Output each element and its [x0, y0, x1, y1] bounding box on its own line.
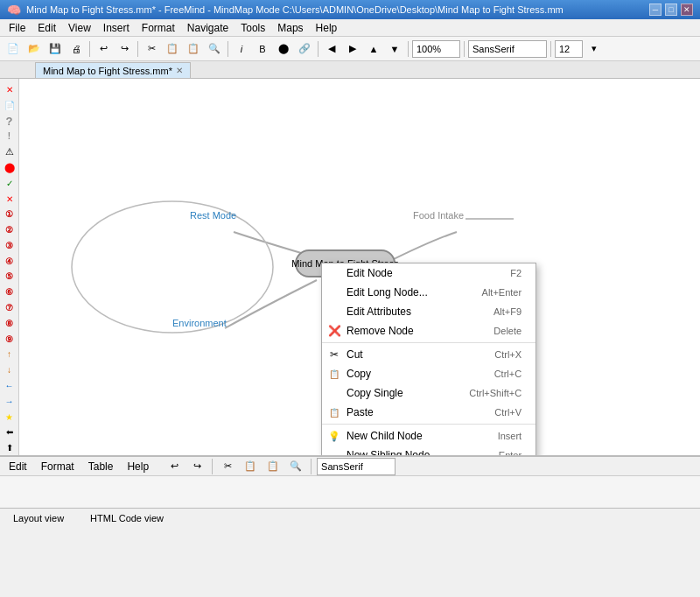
cm-edit-attrs[interactable]: Edit Attributes Alt+F9 [322, 302, 536, 321]
bottom-menu-format[interactable]: Format [36, 459, 80, 474]
maximize-button[interactable]: □ [665, 4, 677, 16]
tb-link[interactable]: 🔗 [295, 39, 314, 59]
sidebar-icon-arrow-right[interactable]: → [2, 394, 18, 409]
html-code-view-tab[interactable]: HTML Code view [84, 510, 170, 526]
tab-close-icon[interactable]: ✕ [176, 66, 183, 75]
cm-cut-label: Cut [346, 348, 363, 361]
sidebar-icon-check[interactable]: ✓ [2, 176, 18, 191]
toolbar: 📄 📂 💾 🖨 ↩ ↪ ✂ 📋 📋 🔍 i B ⬤ 🔗 ◀ ▶ ▲ ▼ ▾ [0, 37, 700, 61]
menu-tools[interactable]: Tools [235, 20, 270, 36]
sidebar-icon-node[interactable]: 📄 [2, 98, 18, 113]
rest-mode-node[interactable]: Rest Mode [190, 210, 236, 221]
cm-edit-node[interactable]: Edit Node F2 [322, 263, 536, 283]
context-menu: Edit Node F2 Edit Long Node... Alt+Enter… [321, 263, 536, 455]
tb-down[interactable]: ▼ [385, 39, 404, 59]
cm-copy-single-label: Copy Single [346, 387, 403, 399]
sidebar-icon-1[interactable]: ① [2, 207, 18, 221]
sidebar-icon-arrow-left[interactable]: ← [2, 378, 18, 393]
tb-print[interactable]: 🖨 [66, 39, 86, 59]
tb-undo[interactable]: ↩ [94, 39, 113, 59]
menu-maps[interactable]: Maps [272, 20, 308, 36]
size-input[interactable] [555, 40, 583, 58]
cm-new-sibling[interactable]: New Sibling Node Enter [322, 446, 536, 455]
sidebar-icon-arrow-up[interactable]: ↑ [2, 348, 18, 362]
menu-format[interactable]: Format [136, 20, 180, 36]
tb-italic[interactable]: i [232, 39, 251, 59]
zoom-input[interactable] [412, 40, 460, 58]
menu-file[interactable]: File [4, 20, 31, 36]
bottom-tb-find[interactable]: 🔍 [286, 457, 305, 476]
tb-up[interactable]: ▲ [364, 39, 383, 59]
cm-copy-label: Copy [346, 368, 371, 380]
sidebar-icon-9[interactable]: ⑨ [2, 332, 18, 347]
sidebar-icon-5[interactable]: ⑤ [2, 270, 18, 284]
cm-remove-label: Remove Node [346, 325, 414, 337]
bottom-menu-help[interactable]: Help [122, 459, 154, 474]
sidebar-icon-cross[interactable]: ✕ [2, 192, 18, 207]
sidebar-icon-star[interactable]: ★ [2, 410, 18, 425]
cm-copy-single[interactable]: Copy Single Ctrl+Shift+C [322, 383, 536, 403]
tb-open[interactable]: 📂 [24, 39, 44, 59]
cm-cut-icon: ✂ [327, 348, 341, 361]
sidebar-icon-warning[interactable]: ⚠ [2, 144, 18, 159]
main-tab[interactable]: Mind Map to Fight Stress.mm* ✕ [35, 62, 191, 78]
sidebar-icon-close[interactable]: ✕ [2, 82, 18, 97]
tb-next[interactable]: ▶ [343, 39, 362, 59]
menu-navigate[interactable]: Navigate [182, 20, 234, 36]
bottom-content[interactable] [0, 476, 700, 508]
bottom-font-input[interactable] [317, 458, 396, 475]
sidebar-icon-4[interactable]: ④ [2, 254, 18, 269]
menu-view[interactable]: View [63, 20, 96, 36]
sidebar-icon-7[interactable]: ⑦ [2, 300, 18, 315]
sidebar-icon-exclaim[interactable]: ! [2, 130, 18, 144]
tb-prev[interactable]: ◀ [322, 39, 341, 59]
bottom-tb-copy[interactable]: 📋 [241, 457, 260, 476]
font-input[interactable] [468, 40, 547, 58]
tb-save[interactable]: 💾 [46, 39, 65, 59]
cm-edit-node-shortcut: F2 [510, 268, 522, 278]
tb-redo[interactable]: ↪ [115, 39, 134, 59]
sidebar-icon-3[interactable]: ③ [2, 238, 18, 253]
layout-view-tab[interactable]: Layout view [7, 510, 70, 526]
sidebar-icon-8[interactable]: ⑧ [2, 316, 18, 331]
sidebar-icon-question[interactable]: ? [2, 114, 18, 129]
sidebar-icon-back[interactable]: ⬅ [2, 425, 18, 439]
tb-copy[interactable]: 📋 [163, 39, 182, 59]
menu-edit[interactable]: Edit [32, 20, 61, 36]
menu-help[interactable]: Help [311, 20, 343, 36]
tb-bold[interactable]: B [253, 39, 272, 59]
cm-edit-long[interactable]: Edit Long Node... Alt+Enter [322, 283, 536, 302]
tb-sep1 [89, 41, 90, 57]
close-button[interactable]: ✕ [681, 4, 693, 16]
sidebar-icon-forward[interactable]: ⬆ [2, 440, 18, 455]
bottom-tb-redo[interactable]: ↪ [187, 457, 206, 476]
sidebar-icon-2[interactable]: ② [2, 222, 18, 237]
food-intake-node[interactable]: Food Intake [413, 210, 464, 221]
menu-insert[interactable]: Insert [98, 20, 135, 36]
cm-remove-node[interactable]: ❌ Remove Node Delete [322, 321, 536, 341]
bottom-tb-cut[interactable]: ✂ [218, 457, 237, 476]
sidebar-icon-arrow-down[interactable]: ↓ [2, 362, 18, 377]
cm-cut-shortcut: Ctrl+X [494, 349, 522, 360]
cm-copy[interactable]: 📋 Copy Ctrl+C [322, 364, 536, 383]
tb-paste[interactable]: 📋 [184, 39, 203, 59]
bottom-menu-table[interactable]: Table [83, 459, 119, 474]
bottom-menu-edit[interactable]: Edit [4, 459, 32, 474]
bottom-tb-undo[interactable]: ↩ [164, 457, 184, 476]
cm-new-child[interactable]: 💡 New Child Node Insert [322, 426, 536, 446]
tb-new[interactable]: 📄 [4, 39, 23, 59]
mindmap-canvas[interactable]: Mind Map to Fight Stress Rest Mode Food … [19, 79, 700, 455]
cm-edit-long-shortcut: Alt+Enter [482, 287, 522, 298]
minimize-button[interactable]: ─ [649, 4, 662, 16]
tb-size-drop[interactable]: ▾ [584, 39, 604, 59]
cm-paste[interactable]: 📋 Paste Ctrl+V [322, 403, 536, 422]
sidebar-icon-6[interactable]: ⑥ [2, 284, 18, 299]
tb-node[interactable]: ⬤ [274, 39, 293, 59]
bottom-tb-paste[interactable]: 📋 [263, 457, 283, 476]
tb-find[interactable]: 🔍 [205, 39, 224, 59]
tb-cut[interactable]: ✂ [142, 39, 161, 59]
cm-remove-icon: ❌ [327, 325, 341, 337]
sidebar-icon-stop[interactable]: ⬤ [2, 160, 18, 175]
cm-cut[interactable]: ✂ Cut Ctrl+X [322, 345, 536, 364]
environment-node[interactable]: Environment [172, 318, 227, 328]
